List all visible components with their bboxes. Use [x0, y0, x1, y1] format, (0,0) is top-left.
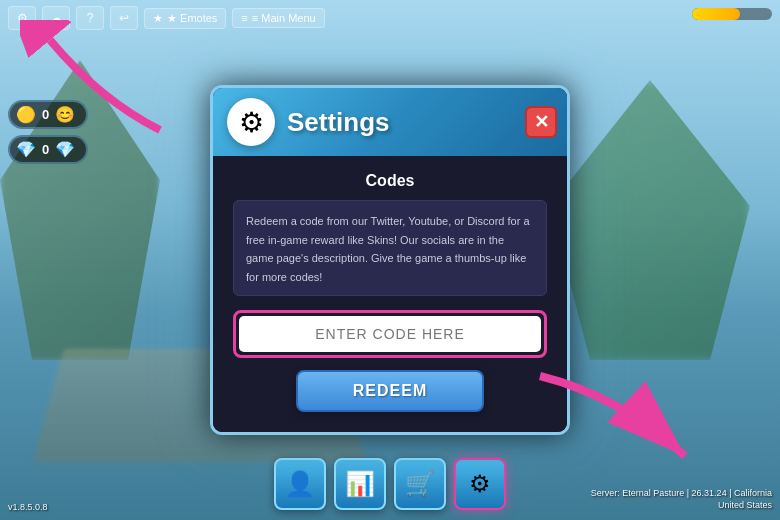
dialog-overlay: ⚙ Settings ✕ Codes Redeem a code from ou… [0, 0, 780, 520]
code-input[interactable] [239, 316, 541, 352]
codes-section-title: Codes [233, 172, 547, 190]
dialog-title-bar: ⚙ Settings ✕ [213, 88, 567, 156]
dialog-body: Codes Redeem a code from our Twitter, Yo… [213, 156, 567, 432]
redeem-button[interactable]: REDEEM [296, 370, 484, 412]
code-input-wrapper [233, 310, 547, 358]
settings-dialog: ⚙ Settings ✕ Codes Redeem a code from ou… [210, 85, 570, 435]
dialog-gear-icon: ⚙ [227, 98, 275, 146]
codes-description-text: Redeem a code from our Twitter, Youtube,… [246, 215, 530, 283]
dialog-close-button[interactable]: ✕ [525, 106, 557, 138]
dialog-title-text: Settings [287, 107, 390, 138]
codes-description-box: Redeem a code from our Twitter, Youtube,… [233, 200, 547, 296]
